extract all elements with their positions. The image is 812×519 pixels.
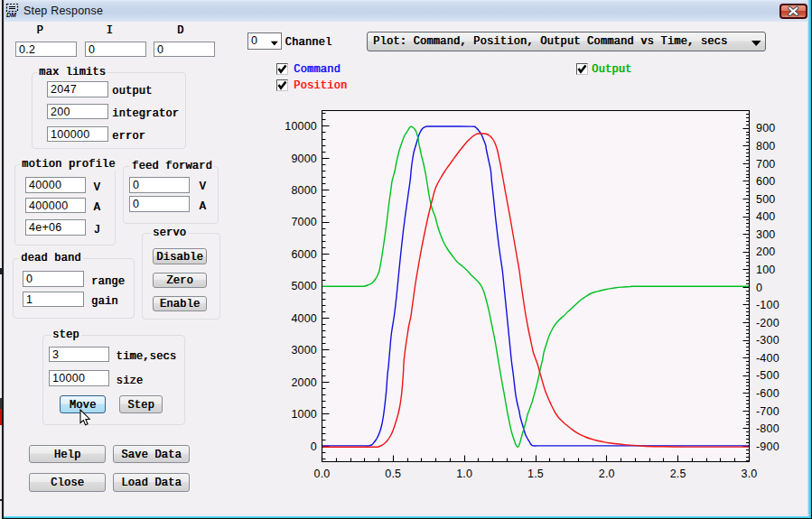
svg-text:6000: 6000 [291,248,317,261]
svg-text:5000: 5000 [291,280,317,292]
svg-text:600: 600 [756,175,775,188]
svg-text:1.5: 1.5 [527,468,544,480]
svg-text:0.0: 0.0 [314,468,331,480]
svg-text:-800: -800 [756,422,779,435]
svg-text:9000: 9000 [291,153,317,165]
svg-text:DM: DM [6,12,16,18]
svg-text:1.0: 1.0 [456,468,472,480]
svg-text:-200: -200 [756,317,779,329]
svg-text:-500: -500 [756,369,779,382]
svg-text:0: 0 [311,440,317,453]
svg-text:700: 700 [756,158,775,171]
svg-text:-400: -400 [756,352,779,365]
svg-text:300: 300 [756,228,775,241]
svg-text:2.0: 2.0 [599,468,615,480]
svg-text:10000: 10000 [285,120,317,133]
svg-text:0.5: 0.5 [385,468,401,480]
svg-text:500: 500 [756,193,775,206]
svg-text:-300: -300 [756,334,779,347]
svg-text:4000: 4000 [291,312,317,325]
svg-text:900: 900 [756,122,775,134]
svg-text:1000: 1000 [291,408,317,421]
svg-text:2.5: 2.5 [670,468,686,480]
svg-text:0: 0 [756,282,762,294]
svg-text:400: 400 [756,210,775,223]
svg-text:-600: -600 [756,387,779,400]
svg-text:-700: -700 [756,405,779,418]
svg-text:200: 200 [756,246,775,258]
svg-text:800: 800 [756,140,775,153]
svg-text:-900: -900 [756,440,779,453]
svg-text:7000: 7000 [291,216,317,228]
svg-text:3.0: 3.0 [742,468,758,480]
svg-text:-100: -100 [756,299,779,311]
svg-text:2000: 2000 [291,376,317,389]
svg-text:8000: 8000 [291,184,317,197]
svg-text:3000: 3000 [291,344,317,357]
svg-text:100: 100 [756,264,775,276]
